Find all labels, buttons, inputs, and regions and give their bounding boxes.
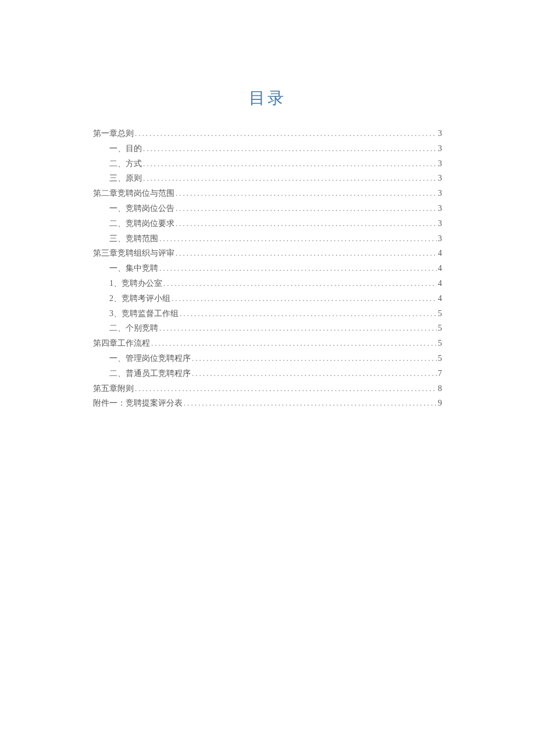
toc-page-number: 3 <box>438 187 442 200</box>
toc-label: 二、个别竞聘 <box>109 321 158 335</box>
toc-leader-dots <box>176 187 437 200</box>
toc-leader-dots <box>143 172 437 185</box>
toc-leader-dots <box>172 292 437 305</box>
toc-page-number: 5 <box>438 321 442 335</box>
toc-leader-dots <box>159 232 437 245</box>
toc-leader-dots <box>180 307 437 320</box>
toc-page-number: 3 <box>438 202 442 216</box>
toc-label: 二、普通员工竞聘程序 <box>109 367 191 381</box>
toc-label: 三、原则 <box>109 171 142 185</box>
toc-page-number: 5 <box>438 352 442 366</box>
toc-label: 二、方式 <box>109 157 142 171</box>
toc-entry[interactable]: 第四章工作流程5 <box>93 336 442 350</box>
toc-page-number: 8 <box>438 382 442 396</box>
toc-label: 第四章工作流程 <box>93 336 150 350</box>
page-title: 目录 <box>93 87 442 109</box>
toc-entry[interactable]: 附件一：竞聘提案评分表9 <box>93 396 442 410</box>
toc-entry[interactable]: 二、竞聘岗位要求3 <box>93 217 442 231</box>
toc-page-number: 3 <box>438 217 442 231</box>
toc-leader-dots <box>176 202 437 215</box>
toc-label: 二、竞聘岗位要求 <box>109 217 174 231</box>
toc-label: 一、管理岗位竞聘程序 <box>109 352 191 366</box>
toc-page-number: 4 <box>438 277 442 291</box>
toc-page-number: 3 <box>438 171 442 185</box>
toc-entry[interactable]: 一、目的3 <box>93 142 442 156</box>
toc-entry[interactable]: 一、竞聘岗位公告3 <box>93 202 442 216</box>
toc-entry[interactable]: 三、原则3 <box>93 171 442 185</box>
toc-entry[interactable]: 2、竞聘考评小组4 <box>93 292 442 306</box>
toc-entry[interactable]: 第二章竞聘岗位与范围3 <box>93 187 442 200</box>
toc-label: 一、目的 <box>109 142 142 156</box>
toc-entry[interactable]: 二、方式3 <box>93 157 442 171</box>
toc-page-number: 4 <box>438 292 442 306</box>
toc-label: 一、竞聘岗位公告 <box>109 202 174 216</box>
toc-label: 第二章竞聘岗位与范围 <box>93 187 174 200</box>
toc-leader-dots <box>176 247 437 260</box>
toc-label: 第五章附则 <box>93 382 134 396</box>
toc-entry[interactable]: 一、集中竞聘4 <box>93 261 442 275</box>
toc-leader-dots <box>135 127 437 140</box>
toc-entry[interactable]: 1、竞聘办公室4 <box>93 277 442 291</box>
toc-label: 第一章总则 <box>93 127 134 141</box>
toc-entry[interactable]: 二、个别竞聘5 <box>93 321 442 335</box>
toc-entry[interactable]: 一、管理岗位竞聘程序5 <box>93 352 442 366</box>
toc-leader-dots <box>143 157 437 170</box>
toc-page-number: 4 <box>438 246 442 260</box>
toc-page-number: 3 <box>438 127 442 141</box>
toc-page-number: 4 <box>438 261 442 275</box>
toc-entry[interactable]: 第五章附则8 <box>93 382 442 396</box>
toc-page-number: 9 <box>438 396 442 410</box>
toc-leader-dots <box>135 382 437 395</box>
toc-leader-dots <box>159 322 437 335</box>
toc-label: 附件一：竞聘提案评分表 <box>93 396 183 410</box>
toc-page-number: 3 <box>438 232 442 246</box>
toc-page-number: 5 <box>438 336 442 350</box>
toc-entry[interactable]: 三、竞聘范围3 <box>93 232 442 246</box>
toc-entry[interactable]: 第一章总则3 <box>93 127 442 141</box>
table-of-contents: 第一章总则3一、目的3二、方式3三、原则3第二章竞聘岗位与范围3一、竞聘岗位公告… <box>93 127 442 410</box>
toc-leader-dots <box>176 217 437 230</box>
toc-leader-dots <box>192 367 437 380</box>
toc-label: 1、竞聘办公室 <box>109 277 162 291</box>
toc-leader-dots <box>163 277 437 290</box>
toc-leader-dots <box>184 397 437 410</box>
toc-label: 三、竞聘范围 <box>109 232 158 246</box>
toc-page-number: 5 <box>438 307 442 321</box>
toc-entry[interactable]: 二、普通员工竞聘程序7 <box>93 367 442 381</box>
toc-entry[interactable]: 3、竞聘监督工作组5 <box>93 307 442 321</box>
toc-leader-dots <box>143 142 437 155</box>
toc-entry[interactable]: 第三章竞聘组织与评审4 <box>93 246 442 260</box>
toc-label: 一、集中竞聘 <box>109 261 158 275</box>
toc-page-number: 3 <box>438 142 442 156</box>
document-page: 目录 第一章总则3一、目的3二、方式3三、原则3第二章竞聘岗位与范围3一、竞聘岗… <box>0 0 535 410</box>
toc-label: 第三章竞聘组织与评审 <box>93 246 174 260</box>
toc-page-number: 7 <box>438 367 442 381</box>
toc-label: 3、竞聘监督工作组 <box>109 307 179 321</box>
toc-leader-dots <box>159 262 437 275</box>
toc-leader-dots <box>151 337 437 350</box>
toc-page-number: 3 <box>438 157 442 171</box>
toc-label: 2、竞聘考评小组 <box>109 292 170 306</box>
toc-leader-dots <box>192 352 437 365</box>
